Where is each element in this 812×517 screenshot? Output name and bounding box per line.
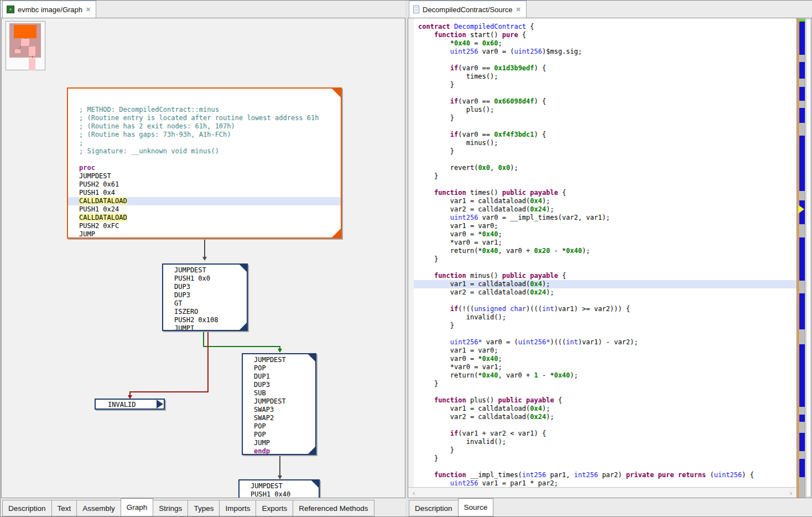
code-line: var1 = calldataload(0x4); — [414, 405, 797, 413]
code-line: invalid(); — [414, 438, 797, 446]
bottom-tab-strings[interactable]: Strings — [153, 500, 188, 516]
asm-line: PUSH1 0x0 — [163, 275, 247, 283]
horizontal-scrollbar[interactable]: ‹ › — [408, 487, 797, 498]
asm-line: CALLDATALOAD — [68, 214, 341, 222]
code-line: contract DecompiledContract { — [414, 23, 797, 31]
code-line: return(*0x40, var0 + 1 - *0x40); — [414, 371, 797, 380]
asm-line: INVALID — [96, 400, 164, 409]
code-line: revert(0x0, 0x0); — [414, 164, 797, 172]
asm-line: ; Signature: __unknown void minus() — [68, 147, 341, 156]
code-line: } — [414, 114, 797, 122]
bottom-tab-exports[interactable]: Exports — [256, 500, 293, 516]
scrollbar-thumb[interactable] — [806, 19, 811, 497]
ruler-mark — [799, 344, 805, 407]
code-line: if(var0 == 0x1d3b9edf) { — [414, 64, 797, 73]
asm-line: ; METHOD: DecompiledContract::minus — [68, 106, 341, 114]
asm-line — [68, 156, 341, 164]
bottom-tab-imports[interactable]: Imports — [219, 500, 256, 516]
asm-line: POP — [243, 422, 315, 431]
tab-decompiled-source[interactable]: DecompiledContract/Source ✕ — [409, 1, 527, 18]
graph-canvas[interactable]: ; METHOD: DecompiledContract::minus; (Ro… — [1, 18, 405, 498]
asm-line: PUSH2 0x61 — [68, 180, 341, 189]
document-icon — [413, 6, 419, 13]
asm-line: CALLDATALOAD — [68, 197, 341, 205]
asm-line: DUP1 — [243, 373, 315, 381]
code-line: function plus() public payable { — [414, 396, 797, 405]
chip-icon — [7, 6, 14, 13]
asm-line: ; (Routine entry is located after routin… — [68, 114, 341, 122]
source-editor[interactable]: contract DecompiledContract { function s… — [408, 18, 812, 498]
scroll-right-icon[interactable]: › — [790, 489, 792, 497]
ruler-mark — [799, 136, 805, 191]
code-line: *0x40 = 0x60; — [414, 39, 797, 48]
code-line: var1 = calldataload(0x4); — [414, 197, 797, 205]
code-line: return(*0x40, var0 + 0x20 - *0x40); — [414, 247, 797, 255]
bottom-tab-assembly[interactable]: Assembly — [76, 500, 121, 516]
asm-line: JUMP — [68, 230, 341, 239]
subtract-block[interactable]: JUMPDESTPOPDUP1DUP3SUBJUMPDESTSWAP3SWAP2… — [242, 353, 316, 455]
bottom-tab-types[interactable]: Types — [188, 500, 219, 516]
code-line: } — [414, 81, 797, 89]
entry-block[interactable]: ; METHOD: DecompiledContract::minus; (Ro… — [67, 87, 342, 239]
bottom-tab-text[interactable]: Text — [51, 500, 77, 516]
asm-line: proc — [68, 164, 341, 172]
return-block[interactable]: JUMPDESTPUSH1 0x40MLOADSWAP1DUP2 — [238, 479, 320, 498]
left-tabbar: evmbc image/Graph ✕ — [1, 1, 405, 18]
app-window: evmbc image/Graph ✕ ; METHOD: Decompiled… — [0, 0, 812, 517]
graph-edge — [129, 391, 209, 392]
asm-line: POP — [243, 364, 315, 373]
scroll-left-icon[interactable]: ‹ — [413, 489, 415, 497]
code-line: function times() public payable { — [414, 189, 797, 197]
minimap-entry-node — [14, 25, 37, 38]
code-line: invalid(); — [414, 313, 797, 322]
asm-line: PUSH1 0x24 — [68, 205, 341, 214]
vertical-scrollbar[interactable] — [805, 18, 811, 498]
asm-line: JUMPDEST — [68, 172, 341, 180]
code-line: uint256 var1 = par1 * par2; — [414, 479, 797, 487]
asm-line: DUP3 — [163, 291, 247, 299]
close-icon[interactable]: ✕ — [86, 6, 91, 13]
graph-edge — [203, 331, 204, 347]
code-line: function __impl_times(int256 par1, int25… — [414, 471, 797, 479]
edge-arrowhead-icon — [202, 257, 207, 261]
code-line: } — [414, 454, 797, 463]
graph-edge — [203, 346, 280, 347]
editor-gutter — [408, 18, 414, 498]
code-line — [414, 421, 797, 430]
graph-edge — [207, 331, 209, 392]
ruler-mark — [799, 415, 805, 422]
tab-evmbc-graph[interactable]: evmbc image/Graph ✕ — [2, 1, 96, 18]
close-icon[interactable]: ✕ — [516, 6, 521, 13]
compare-block[interactable]: JUMPDESTPUSH1 0x0DUP3DUP3GTISZEROPUSH2 0… — [162, 263, 248, 331]
code-line: *var0 = var1; — [414, 363, 797, 371]
bottom-tab-graph[interactable]: Graph — [121, 498, 154, 516]
code-line: var2 = calldataload(0x24); — [414, 413, 797, 421]
code-line: times(); — [414, 73, 797, 81]
invalid-block[interactable]: INVALID — [95, 399, 165, 410]
ruler-orange-line — [798, 18, 799, 498]
asm-line: POP — [243, 431, 315, 439]
bottom-tab-description[interactable]: Description — [409, 500, 458, 516]
code-line: minus(); — [414, 139, 797, 147]
bottom-tab-description[interactable]: Description — [2, 500, 51, 516]
overview-ruler[interactable] — [797, 18, 805, 498]
asm-line: PUSH1 0x4 — [68, 189, 341, 197]
code-line — [414, 122, 797, 131]
code-line — [414, 330, 797, 338]
asm-line: ; — [68, 139, 341, 147]
code-line: var2 = calldataload(0x24); — [414, 205, 797, 214]
graph-pane: evmbc image/Graph ✕ ; METHOD: Decompiled… — [1, 1, 405, 516]
asm-line: JUMPI — [163, 324, 247, 331]
ruler-current-position-arrow — [798, 205, 804, 214]
code-line: if(var1 + var2 < var1) { — [414, 430, 797, 438]
code-line: var0 = *0x40; — [414, 230, 797, 239]
asm-line: ; (Routine has gaps: 73h-93h, A1h-FCh) — [68, 131, 341, 139]
tab-label: DecompiledContract/Source — [423, 6, 513, 14]
bottom-tab-source[interactable]: Source — [458, 498, 494, 516]
code-line: *var0 = var1; — [414, 239, 797, 247]
code-line: function start() pure { — [414, 31, 797, 39]
graph-overview-minimap[interactable] — [6, 21, 45, 70]
right-tabbar: DecompiledContract/Source ✕ — [408, 1, 812, 18]
edge-arrowhead-icon — [278, 349, 282, 353]
bottom-tab-referenced-methods[interactable]: Referenced Methods — [293, 500, 374, 516]
